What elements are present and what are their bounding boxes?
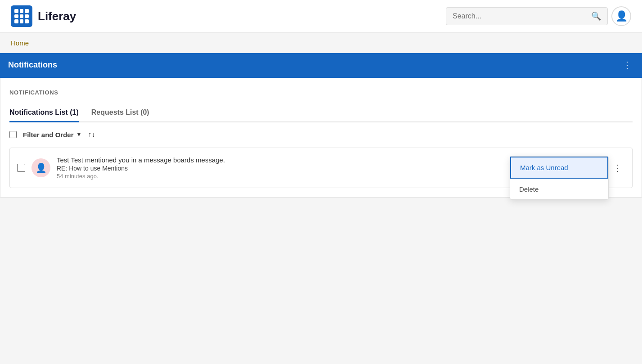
logo-icon bbox=[11, 5, 32, 27]
avatar[interactable]: 👤 bbox=[611, 6, 631, 26]
ellipsis-icon: ⋮ bbox=[613, 162, 622, 173]
tabs: Notifications List (1) Requests List (0) bbox=[9, 104, 633, 122]
notification-item: 👤 Test Test mentioned you in a message b… bbox=[9, 148, 633, 188]
app-name: Liferay bbox=[38, 9, 76, 23]
widget-header: Notifications ⋮ bbox=[0, 53, 642, 76]
notification-actions: Mark as Unread Delete ⋮ bbox=[611, 161, 625, 175]
filter-order-button[interactable]: Filter and Order ▼ bbox=[23, 131, 81, 139]
sort-icon: ↑↓ bbox=[88, 130, 95, 139]
tab-requests-list[interactable]: Requests List (0) bbox=[91, 104, 149, 122]
notification-list: 👤 Test Test mentioned you in a message b… bbox=[9, 143, 633, 197]
section-label: NOTIFICATIONS bbox=[9, 78, 633, 104]
main-content: NOTIFICATIONS Notifications List (1) Req… bbox=[0, 78, 642, 198]
header-search: 🔍 👤 bbox=[446, 6, 631, 26]
mark-as-unread-button[interactable]: Mark as Unread bbox=[510, 157, 608, 179]
search-bar: 🔍 bbox=[446, 7, 608, 25]
widget-header-wrapper: Notifications ⋮ bbox=[0, 53, 642, 78]
chevron-down-icon: ▼ bbox=[76, 131, 82, 138]
notification-checkbox[interactable] bbox=[17, 164, 25, 172]
avatar-user-icon: 👤 bbox=[36, 162, 47, 173]
notification-menu-button[interactable]: ⋮ bbox=[611, 161, 625, 175]
breadcrumb: Home bbox=[0, 33, 642, 53]
page-container: Liferay 🔍 👤 Home Notifications ⋮ NOTIFIC… bbox=[0, 0, 642, 364]
delete-button[interactable]: Delete bbox=[510, 179, 608, 199]
search-icon[interactable]: 🔍 bbox=[591, 11, 601, 21]
filter-order-label: Filter and Order bbox=[23, 131, 74, 139]
header-left: Liferay bbox=[11, 5, 76, 27]
dropdown-menu: Mark as Unread Delete bbox=[510, 156, 609, 200]
header: Liferay 🔍 👤 bbox=[0, 0, 642, 33]
notification-avatar: 👤 bbox=[31, 158, 50, 177]
widget-title: Notifications bbox=[8, 60, 57, 70]
breadcrumb-home[interactable]: Home bbox=[11, 39, 29, 47]
select-all-checkbox[interactable] bbox=[9, 131, 17, 138]
avatar-icon: 👤 bbox=[615, 10, 628, 22]
tab-notifications-list[interactable]: Notifications List (1) bbox=[9, 104, 79, 122]
sort-button[interactable]: ↑↓ bbox=[88, 130, 95, 139]
filter-bar: Filter and Order ▼ ↑↓ bbox=[9, 122, 633, 143]
search-input[interactable] bbox=[453, 12, 591, 20]
widget-menu-icon: ⋮ bbox=[623, 59, 632, 70]
widget-menu-button[interactable]: ⋮ bbox=[620, 58, 634, 72]
